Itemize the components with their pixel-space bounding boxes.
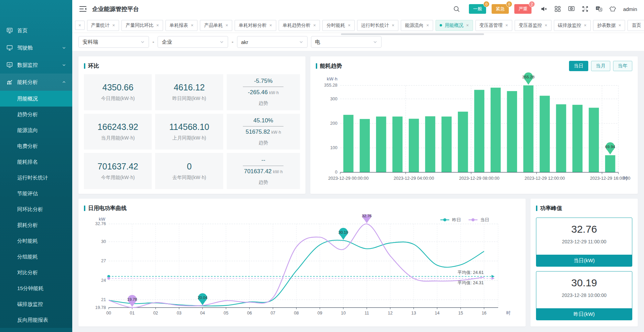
admin-user[interactable]: admin [623,6,637,12]
sidebar-item-home[interactable]: 首页 [0,22,72,39]
sidebar-item-energy-analysis[interactable]: 能耗分析 [0,74,72,91]
tab-label: 运行时长统计 [361,22,389,29]
svg-text:平均值: 24.31: 平均值: 24.31 [458,280,484,285]
sidebar-subitem-10[interactable]: 分组能耗 [0,249,72,265]
tab-2[interactable]: 产量同比环比× [121,20,163,31]
alarm-button-urgent[interactable]: 紧急0 [492,4,509,14]
panel-huanbi: 环比 4350.66今日用能(kW·h)4616.12昨日同期(kW·h)-5.… [78,56,305,194]
filter-select-3[interactable]: 电 [311,36,382,48]
sidebar-subitem-14[interactable]: 反向用能报表 [0,312,72,328]
range-button-1[interactable]: 当月 [591,61,610,71]
tab-0[interactable]: × [75,21,85,30]
filter-select-1[interactable]: 企业 [158,36,228,48]
tab-6[interactable]: 单耗趋势分析× [279,20,320,31]
peak-range-button[interactable]: 当日(kW) [536,255,632,266]
search-icon[interactable] [452,5,461,13]
tab-close-icon[interactable]: × [466,23,469,27]
collapse-menu-icon[interactable] [79,6,87,12]
filter-select-0[interactable]: 安科瑞 [78,36,149,48]
svg-text:A: A [600,8,601,11]
tab-12[interactable]: 变压器监控× [515,20,551,31]
tab-close-icon[interactable]: × [392,23,395,27]
select-value: akr [241,39,299,45]
sidebar-item-cockpit[interactable]: 驾驶舱 [0,39,72,56]
sidebar-item-data-monitor[interactable]: 数据监控 [0,56,72,74]
bar [441,117,451,172]
tab-close-icon[interactable]: × [426,23,429,27]
range-button-0[interactable]: 当日 [569,61,588,71]
tab-14[interactable]: 抄表数据× [593,20,625,31]
sidebar-subitem-11[interactable]: 对比分析 [0,265,72,280]
peak-value: 30.19 [571,277,597,289]
svg-text:19.78: 19.78 [95,305,106,310]
tab-15[interactable]: 首页× [627,20,644,31]
theme-shirt-icon[interactable] [609,5,617,13]
tab-close-icon[interactable]: × [156,23,159,27]
svg-text:02: 02 [153,311,158,316]
range-button-2[interactable]: 当年 [613,61,632,71]
translate-icon[interactable]: 中A [595,5,603,13]
trend-percent: 45.10% [254,117,273,124]
tab-close-icon[interactable]: × [112,23,115,27]
trend-label: 趋势 [258,100,268,107]
bar [540,96,550,173]
stat-value: 114568.10 [169,122,209,132]
tab-close-icon[interactable]: × [348,23,351,27]
tab-3[interactable]: 单耗报表× [165,20,198,31]
fullscreen-icon[interactable] [581,5,589,13]
sidebar-subitem-0[interactable]: 用能概况 [0,91,72,107]
tab-close-icon[interactable]: × [619,23,621,27]
screen-time-icon[interactable] [567,5,576,13]
tab-label: 产品单耗 [204,22,223,29]
sidebar-subitem-13[interactable]: 碳排放监控 [0,296,72,312]
chevron-down-icon [62,63,66,67]
tab-close-icon[interactable]: × [78,23,81,27]
bar [376,117,386,172]
sidebar-item-label: 驾驶舱 [17,45,62,51]
tab-10[interactable]: 用能概况× [436,20,473,31]
svg-text:300: 300 [330,97,337,101]
sidebar-subitem-3[interactable]: 电费分析 [0,138,72,154]
sidebar-subitem-12[interactable]: 15分钟能耗 [0,280,72,296]
bar [491,88,501,172]
tab-close-icon[interactable]: × [191,23,194,27]
sidebar-subitem-7[interactable]: 同环比分析 [0,201,72,217]
mute-icon[interactable] [540,5,548,13]
trend-chart-icon [6,79,13,86]
sidebar-subitem-9[interactable]: 分时能耗 [0,233,72,249]
power-curve-chart-wrap: 19.782124273032.760001020304050607080910… [84,214,520,322]
alarm-button-severe[interactable]: 严重2 [514,4,532,14]
tab-5[interactable]: 单耗对标分析× [235,20,276,31]
svg-text:05: 05 [224,311,228,316]
tab-close-icon[interactable]: × [545,23,547,27]
tab-1[interactable]: 产量统计× [87,20,119,31]
filter-select-2[interactable]: akr [237,36,308,48]
sidebar-subitem-6[interactable]: 节能评估 [0,186,72,201]
alarm-button-general[interactable]: 一般0 [469,4,486,14]
tab-8[interactable]: 运行时长统计× [357,20,399,31]
sidebar-subitem-8[interactable]: 损耗分析 [0,217,72,233]
svg-text:13: 13 [411,311,416,316]
app-grid-icon[interactable] [554,5,562,13]
sidebar-subitem-4[interactable]: 能耗排名 [0,154,72,170]
stat-label: 去年同期(kW·h) [172,175,206,181]
tab-scrollbar[interactable] [341,33,484,35]
tab-close-icon[interactable]: × [225,23,228,27]
tab-11[interactable]: 变压器管理× [475,20,512,31]
tab-4[interactable]: 产品单耗× [200,20,232,31]
trend-delta: -265.46kW·h [248,89,279,96]
tab-close-icon[interactable]: × [269,23,272,27]
sidebar-subitem-5[interactable]: 运行时长统计 [0,170,72,186]
peak-range-button[interactable]: 昨日(kW) [536,308,632,320]
sidebar-subitem-2[interactable]: 能源流向 [0,122,72,138]
tab-7[interactable]: 分时能耗× [322,20,355,31]
alarm-label: 严重 [518,6,527,11]
tab-label: 产量统计 [91,22,110,29]
sidebar-subitem-1[interactable]: 趋势分析 [0,107,72,122]
svg-text:2023-12-29 04:00:00: 2023-12-29 04:00:00 [394,176,434,181]
tab-close-icon[interactable]: × [505,23,508,27]
tab-13[interactable]: 碳排放监控× [554,20,591,31]
tab-close-icon[interactable]: × [584,23,587,27]
tab-close-icon[interactable]: × [313,23,316,27]
tab-9[interactable]: 能源流向× [401,20,433,31]
